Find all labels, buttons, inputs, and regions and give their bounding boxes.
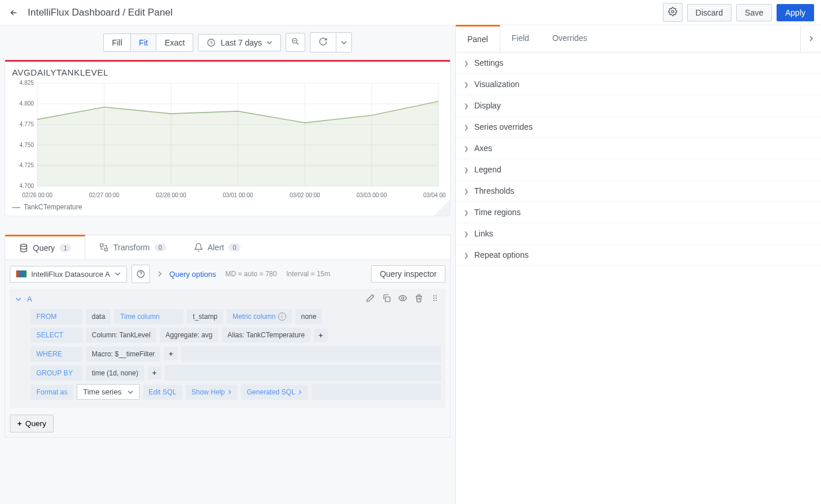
tab-transform[interactable]: Transform 0 <box>85 235 179 259</box>
section-time-regions[interactable]: ❯Time regions <box>456 202 821 223</box>
info-icon[interactable]: i <box>278 313 286 321</box>
chevron-down-icon <box>128 389 133 395</box>
duplicate-query-icon[interactable] <box>382 294 391 304</box>
from-table[interactable]: data <box>86 309 111 324</box>
svg-rect-33 <box>385 297 390 302</box>
tab-query[interactable]: Query 1 <box>5 235 85 259</box>
section-visualization[interactable]: ❯Visualization <box>456 74 821 95</box>
chevron-right-icon <box>808 36 814 42</box>
chevron-right-icon <box>157 271 163 277</box>
time-range-picker[interactable]: Last 7 days <box>198 34 281 51</box>
chevron-right-icon: ❯ <box>464 124 468 130</box>
format-as-label: Format as <box>31 385 73 400</box>
query-inspector-button[interactable]: Query inspector <box>371 265 445 283</box>
section-label: Repeat options <box>474 250 528 259</box>
svg-text:02/28 00:00: 02/28 00:00 <box>156 191 186 198</box>
svg-text:4.725: 4.725 <box>20 162 34 168</box>
section-series-overrides[interactable]: ❯Series overrides <box>456 116 821 138</box>
section-thresholds[interactable]: ❯Thresholds <box>456 180 821 202</box>
discard-button[interactable]: Discard <box>687 4 732 21</box>
section-legend[interactable]: ❯Legend <box>456 159 821 180</box>
groupby-spacer <box>164 365 441 381</box>
svg-point-38 <box>436 298 437 299</box>
svg-point-29 <box>21 244 27 246</box>
refresh-interval-dropdown[interactable] <box>336 32 352 52</box>
section-links[interactable]: ❯Links <box>456 223 821 245</box>
resize-handle[interactable] <box>434 200 450 216</box>
section-label: Links <box>474 229 493 238</box>
refresh-button[interactable] <box>310 32 336 52</box>
legend-series-label: TankCTemperature <box>24 203 82 211</box>
right-panel: Panel Field Overrides ❯Settings❯Visualiz… <box>455 25 821 504</box>
section-settings[interactable]: ❯Settings <box>456 52 821 74</box>
datasource-logo <box>16 270 27 277</box>
groupby-value[interactable]: time (1d, none) <box>86 366 144 381</box>
time-column-value[interactable]: t_stamp <box>187 309 223 324</box>
where-add-button[interactable]: + <box>164 347 178 360</box>
query-options-toggle[interactable]: Query options <box>170 270 216 279</box>
apply-button[interactable]: Apply <box>777 4 814 21</box>
edit-query-icon[interactable] <box>366 294 375 304</box>
query-letter[interactable]: A <box>27 295 32 303</box>
svg-point-0 <box>672 10 674 13</box>
chart-panel: AVGDAILYTANKLEVEL 4.7004.7254.7504.7754.… <box>5 59 451 216</box>
svg-text:4.800: 4.800 <box>20 100 34 107</box>
chart-plot-area[interactable]: 4.7004.7254.7504.7754.8004.82502/26 00:0… <box>5 80 450 201</box>
add-query-button[interactable]: + Query <box>10 415 54 432</box>
add-query-label: Query <box>25 419 46 428</box>
metric-column-value[interactable]: none <box>295 309 323 324</box>
svg-point-39 <box>433 300 434 301</box>
back-arrow-button[interactable] <box>7 6 21 20</box>
select-add-button[interactable]: + <box>314 329 328 342</box>
section-label: Legend <box>474 165 501 174</box>
chevron-right-icon: ❯ <box>464 252 468 258</box>
chevron-right-icon: ❯ <box>464 103 468 109</box>
right-tabs: Panel Field Overrides <box>456 25 821 52</box>
chevron-right-icon: ❯ <box>464 231 468 237</box>
section-label: Visualization <box>474 80 519 89</box>
tab-overrides[interactable]: Overrides <box>541 25 599 52</box>
chevron-down-icon[interactable] <box>16 296 21 302</box>
generated-sql-link[interactable]: Generated SQL <box>241 385 308 400</box>
section-display[interactable]: ❯Display <box>456 95 821 116</box>
view-mode-fit[interactable]: Fit <box>130 33 156 52</box>
panel-settings-button[interactable] <box>663 3 683 22</box>
tab-panel[interactable]: Panel <box>456 25 500 52</box>
show-help-link[interactable]: Show Help <box>186 385 238 400</box>
svg-text:03/02 00:00: 03/02 00:00 <box>290 191 320 198</box>
chevron-right-icon: ❯ <box>464 145 468 152</box>
tab-alert[interactable]: Alert 0 <box>180 235 254 259</box>
select-aggregate[interactable]: Aggregate: avg <box>160 328 218 343</box>
datasource-select[interactable]: IntelliFlux Datasource A <box>10 266 127 283</box>
tab-field[interactable]: Field <box>500 25 541 52</box>
datasource-name: IntelliFlux Datasource A <box>31 270 110 279</box>
section-axes[interactable]: ❯Axes <box>456 138 821 159</box>
select-alias[interactable]: Alias: TankCTemperature <box>222 328 310 343</box>
chevron-right-icon: ❯ <box>464 81 468 88</box>
groupby-keyword: GROUP BY <box>31 366 83 381</box>
collapse-panel-button[interactable] <box>800 25 821 52</box>
svg-rect-30 <box>100 244 103 247</box>
where-macro[interactable]: Macro: $__timeFilter <box>86 347 160 362</box>
chart-legend[interactable]: TankCTemperature <box>5 201 450 216</box>
view-mode-fill[interactable]: Fill <box>103 33 130 52</box>
section-label: Series overrides <box>474 122 533 131</box>
datasource-help-button[interactable] <box>132 265 150 283</box>
save-button[interactable]: Save <box>736 4 772 21</box>
format-as-value: Time series <box>83 388 122 396</box>
section-repeat-options[interactable]: ❯Repeat options <box>456 245 821 266</box>
tab-transform-count: 0 <box>155 243 166 251</box>
select-column[interactable]: Column: TankLevel <box>86 328 156 343</box>
svg-text:02/27 00:00: 02/27 00:00 <box>89 191 119 198</box>
drag-handle-icon[interactable] <box>430 294 440 304</box>
zoom-out-button[interactable] <box>286 33 305 52</box>
where-spacer <box>181 346 441 362</box>
delete-query-icon[interactable] <box>414 294 423 304</box>
format-as-select[interactable]: Time series <box>77 384 140 400</box>
edit-sql-link[interactable]: Edit SQL <box>143 385 182 400</box>
svg-point-36 <box>436 295 437 296</box>
toggle-query-visibility-icon[interactable] <box>398 294 407 304</box>
chart-title: AVGDAILYTANKLEVEL <box>5 62 450 80</box>
groupby-add-button[interactable]: + <box>148 366 162 379</box>
view-mode-exact[interactable]: Exact <box>156 33 193 52</box>
